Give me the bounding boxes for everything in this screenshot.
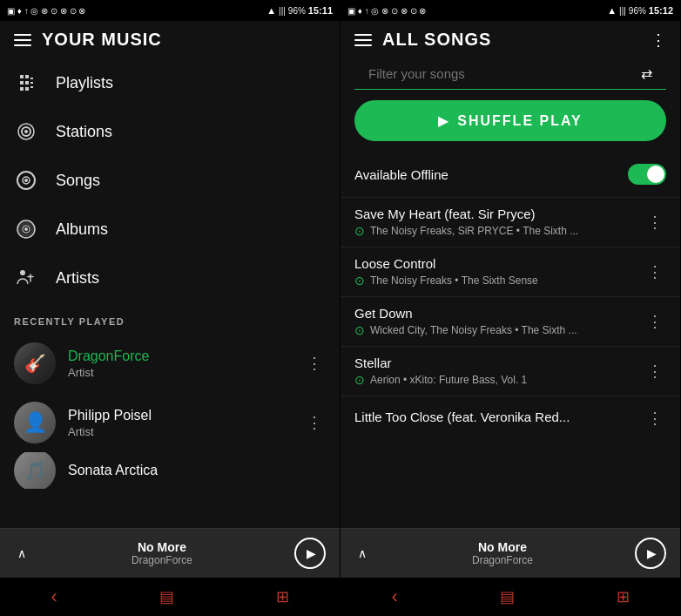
nav-item-stations[interactable]: Stations: [0, 107, 340, 156]
battery-percent-right: 96%: [629, 6, 646, 16]
song-item-3[interactable]: Stellar ⊙ Aerion • xKito: Future Bass, V…: [340, 346, 680, 396]
signal-icons-right: ▣ ♦ ↑ ◎ ⊗ ⊙ ⊗ ⊙ ⊗: [347, 6, 426, 16]
rp-item-philipp[interactable]: Philipp Poisel Artist ⋮: [0, 393, 340, 452]
signal-strength: |||: [279, 6, 286, 16]
wifi-icon-right: ▲: [607, 5, 617, 16]
bars-icon-right[interactable]: ▤: [486, 584, 529, 610]
rp-more-philipp[interactable]: ⋮: [303, 410, 326, 436]
now-playing-artist-right: DragonForce: [370, 554, 635, 566]
download-icon-2: ⊙: [354, 323, 365, 337]
songs-label: Songs: [56, 172, 100, 190]
time-left: 15:11: [308, 5, 333, 16]
song-meta-1: ⊙ The Noisy Freaks • The Sixth Sense: [354, 274, 635, 288]
back-icon-left[interactable]: ‹: [37, 582, 71, 612]
svg-point-9: [20, 270, 25, 275]
more-icon-right[interactable]: ⋮: [651, 30, 666, 50]
rp-info-philipp: Philipp Poisel Artist: [68, 408, 291, 438]
status-bar-left: ▣ ♦ ↑ ◎ ⊗ ⊙ ⊗ ⊙ ⊗ ▲ ||| 96% 15:11: [0, 0, 340, 21]
now-playing-song-left: No More: [30, 540, 294, 554]
filter-icon[interactable]: ⇄: [641, 65, 652, 82]
albums-label: Albums: [56, 220, 108, 239]
bottom-nav-right: ‹ ▤ ⊞: [340, 578, 680, 616]
song-more-3[interactable]: ⋮: [644, 358, 666, 384]
time-right: 15:12: [649, 5, 673, 16]
song-more-2[interactable]: ⋮: [644, 308, 666, 335]
play-icon-right: ▶: [647, 546, 657, 560]
status-bar-right: ▣ ♦ ↑ ◎ ⊗ ⊙ ⊗ ⊙ ⊗ ▲ ||| 96% 15:12: [340, 0, 680, 21]
bars-icon-left[interactable]: ▤: [145, 584, 188, 610]
song-more-4[interactable]: ⋮: [644, 405, 666, 431]
download-icon-3: ⊙: [354, 373, 365, 387]
song-meta-3: ⊙ Aerion • xKito: Future Bass, Vol. 1: [354, 373, 635, 387]
rp-name-sonata: Sonata Arctica: [68, 463, 326, 478]
now-playing-info-right: No More DragonForce: [370, 540, 635, 566]
shuffle-play-triangle-icon: ▶: [438, 112, 448, 129]
offline-toggle[interactable]: [628, 164, 666, 185]
song-info-4: Little Too Close (feat. Veronika Red...: [354, 410, 635, 427]
search-input[interactable]: [368, 66, 634, 81]
left-panel: ▣ ♦ ↑ ◎ ⊗ ⊙ ⊗ ⊙ ⊗ ▲ ||| 96% 15:11 YOUR M…: [0, 0, 340, 616]
song-details-2: Wicked City, The Noisy Freaks • The Sixt…: [370, 324, 577, 336]
right-panel: ▣ ♦ ↑ ◎ ⊗ ⊙ ⊗ ⊙ ⊗ ▲ ||| 96% 15:12 ALL SO…: [340, 0, 681, 616]
song-item-4[interactable]: Little Too Close (feat. Veronika Red... …: [340, 396, 680, 440]
now-playing-right: ∧ No More DragonForce ▶: [340, 528, 680, 578]
nav-item-albums[interactable]: Albums: [0, 205, 340, 254]
status-left-right: ▣ ♦ ↑ ◎ ⊗ ⊙ ⊗ ⊙ ⊗: [347, 6, 426, 16]
shuffle-play-label: SHUFFLE PLAY: [457, 113, 582, 129]
artists-icon: [14, 266, 38, 290]
song-info-1: Loose Control ⊙ The Noisy Freaks • The S…: [354, 256, 635, 288]
song-more-1[interactable]: ⋮: [644, 259, 666, 285]
nav-item-songs[interactable]: Songs: [0, 156, 340, 205]
signal-strength-right: |||: [619, 6, 626, 16]
song-item-2[interactable]: Get Down ⊙ Wicked City, The Noisy Freaks…: [340, 296, 680, 346]
now-playing-play-left[interactable]: ▶: [294, 538, 326, 569]
avatar-dragonforce: [14, 342, 56, 384]
nav-item-artists[interactable]: Artists: [0, 254, 340, 302]
playlists-label: Playlists: [56, 74, 113, 92]
toggle-knob: [647, 166, 664, 183]
now-playing-play-right[interactable]: ▶: [635, 538, 666, 569]
now-playing-info-left: No More DragonForce: [30, 540, 294, 566]
rp-item-dragonforce[interactable]: DragonForce Artist ⋮: [0, 334, 340, 393]
download-icon-1: ⊙: [354, 274, 365, 288]
rp-more-dragonforce[interactable]: ⋮: [303, 350, 326, 376]
now-playing-chevron-left[interactable]: ∧: [14, 543, 30, 564]
all-songs-title: ALL SONGS: [382, 30, 640, 50]
artists-label: Artists: [56, 269, 99, 288]
bottom-nav-left: ‹ ▤ ⊞: [0, 578, 340, 616]
song-title-3: Stellar: [354, 355, 635, 370]
rp-item-sonata[interactable]: Sonata Arctica: [0, 452, 340, 489]
song-title-4: Little Too Close (feat. Veronika Red...: [354, 410, 635, 424]
shuffle-play-button[interactable]: ▶ SHUFFLE PLAY: [354, 100, 666, 141]
grid-icon-right[interactable]: ⊞: [603, 584, 644, 610]
hamburger-menu-left[interactable]: [14, 34, 31, 46]
nav-list: Playlists Stations Songs: [0, 58, 340, 528]
song-info-3: Stellar ⊙ Aerion • xKito: Future Bass, V…: [354, 355, 635, 387]
now-playing-chevron-right[interactable]: ∧: [354, 543, 370, 564]
hamburger-menu-right[interactable]: [354, 34, 372, 46]
song-more-0[interactable]: ⋮: [644, 209, 666, 235]
rp-info-dragonforce: DragonForce Artist: [68, 349, 291, 379]
nav-item-playlists[interactable]: Playlists: [0, 58, 340, 107]
svg-point-8: [24, 227, 28, 231]
playlists-icon: [14, 71, 38, 95]
back-icon-right[interactable]: ‹: [377, 582, 411, 612]
song-meta-0: ⊙ The Noisy Freaks, SiR PRYCE • The Sixt…: [354, 224, 635, 238]
play-icon-left: ▶: [307, 546, 316, 560]
rp-type-dragonforce: Artist: [68, 366, 291, 379]
signal-icons: ▣ ♦ ↑ ◎ ⊗ ⊙ ⊗ ⊙ ⊗: [7, 6, 85, 16]
song-info-0: Save My Heart (feat. Sir Pryce) ⊙ The No…: [354, 206, 635, 238]
wifi-icon: ▲: [266, 5, 276, 16]
grid-icon-left[interactable]: ⊞: [262, 584, 303, 610]
avatar-philipp: [14, 402, 56, 443]
song-item-1[interactable]: Loose Control ⊙ The Noisy Freaks • The S…: [340, 247, 680, 296]
offline-label: Available Offline: [354, 167, 448, 182]
stations-label: Stations: [56, 123, 112, 141]
avatar-sonata: [14, 452, 56, 489]
now-playing-artist-left: DragonForce: [30, 554, 294, 566]
recently-played-label: RECENTLY PLAYED: [0, 302, 340, 334]
songs-icon: [14, 168, 38, 193]
rp-name-dragonforce: DragonForce: [68, 349, 291, 364]
available-offline-row: Available Offline: [340, 155, 680, 197]
song-item-0[interactable]: Save My Heart (feat. Sir Pryce) ⊙ The No…: [340, 197, 680, 247]
